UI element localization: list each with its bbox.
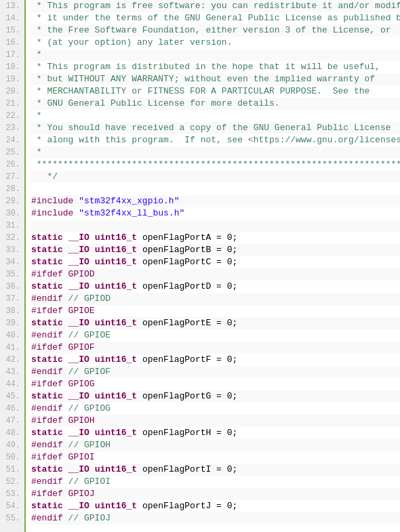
code-line: * bbox=[31, 146, 400, 159]
line-number: 43. bbox=[0, 366, 24, 378]
code-line: #ifdef GPIOI bbox=[31, 451, 400, 464]
code-content: * This program is free software: you can… bbox=[26, 0, 400, 532]
code-line: #include "stm32f4xx_ll_bus.h" bbox=[31, 207, 400, 220]
line-number: 27. bbox=[0, 171, 24, 183]
code-container: 13.14.15.16.17.18.19.20.21.22.23.24.25.2… bbox=[0, 0, 400, 532]
code-line: static __IO uint16_t openFlagPortG = 0; bbox=[31, 390, 400, 403]
code-line: * MERCHANTABILITY or FITNESS FOR A PARTI… bbox=[31, 85, 400, 98]
line-number: 47. bbox=[0, 415, 24, 427]
line-number: 20. bbox=[0, 85, 24, 98]
code-line: #ifdef GPIOF bbox=[31, 342, 400, 354]
line-number: 21. bbox=[0, 98, 24, 110]
line-number: 50. bbox=[0, 451, 24, 464]
line-number: 17. bbox=[0, 49, 24, 61]
line-number: 41. bbox=[0, 342, 24, 354]
code-line: static __IO uint16_t openFlagPortH = 0; bbox=[31, 427, 400, 439]
line-number: 16. bbox=[0, 37, 24, 49]
line-number: 18. bbox=[0, 61, 24, 73]
code-line: #endif // GPIOG bbox=[31, 403, 400, 415]
code-line: #ifdef GPIOD bbox=[31, 268, 400, 281]
line-number: 49. bbox=[0, 439, 24, 451]
code-line: * bbox=[31, 49, 400, 61]
code-line: static __IO uint16_t openFlagPortC = 0; bbox=[31, 256, 400, 268]
line-number: 42. bbox=[0, 354, 24, 366]
line-number-gutter: 13.14.15.16.17.18.19.20.21.22.23.24.25.2… bbox=[0, 0, 26, 532]
code-line: #endif // GPIOI bbox=[31, 476, 400, 488]
line-number: 37. bbox=[0, 293, 24, 305]
code-line: #include "stm32f4xx_xgpio.h" bbox=[31, 195, 400, 207]
code-line: static __IO uint16_t openFlagPortD = 0; bbox=[31, 281, 400, 293]
code-line: static __IO uint16_t openFlagPortJ = 0; bbox=[31, 500, 400, 512]
line-number: 28. bbox=[0, 183, 24, 195]
code-line: static __IO uint16_t openFlagPortE = 0; bbox=[31, 317, 400, 329]
code-line: * the Free Software Foundation, either v… bbox=[31, 24, 400, 37]
code-line: * This program is free software: you can… bbox=[31, 0, 400, 12]
code-line: ****************************************… bbox=[31, 159, 400, 171]
code-line: */ bbox=[31, 171, 400, 183]
line-number: 19. bbox=[0, 73, 24, 85]
line-number: 53. bbox=[0, 488, 24, 500]
code-line: * along with this program. If not, see <… bbox=[31, 134, 400, 146]
line-number: 51. bbox=[0, 464, 24, 476]
line-number: 22. bbox=[0, 110, 24, 122]
code-line: * bbox=[31, 110, 400, 122]
code-line: #endif // GPIOF bbox=[31, 366, 400, 378]
line-number: 15. bbox=[0, 24, 24, 37]
line-number: 25. bbox=[0, 146, 24, 159]
code-line: * it under the terms of the GNU General … bbox=[31, 12, 400, 24]
code-line: * GNU General Public License for more de… bbox=[31, 98, 400, 110]
code-line: * (at your option) any later version. bbox=[31, 37, 400, 49]
line-number: 40. bbox=[0, 329, 24, 342]
line-number: 14. bbox=[0, 12, 24, 24]
line-number: 34. bbox=[0, 256, 24, 268]
line-number: 31. bbox=[0, 220, 24, 232]
code-line: * You should have received a copy of the… bbox=[31, 122, 400, 134]
line-number: 39. bbox=[0, 317, 24, 329]
code-line: #ifdef GPIOG bbox=[31, 378, 400, 390]
code-line: #ifdef GPIOJ bbox=[31, 488, 400, 500]
line-number: 32. bbox=[0, 232, 24, 244]
code-line bbox=[31, 220, 400, 232]
code-line: static __IO uint16_t openFlagPortF = 0; bbox=[31, 354, 400, 366]
line-number: 55. bbox=[0, 512, 24, 525]
code-line: #ifdef GPIOH bbox=[31, 415, 400, 427]
line-number: 29. bbox=[0, 195, 24, 207]
line-number: 52. bbox=[0, 476, 24, 488]
line-number: 33. bbox=[0, 244, 24, 256]
line-number: 48. bbox=[0, 427, 24, 439]
code-line: #endif // GPIOH bbox=[31, 439, 400, 451]
line-number: 38. bbox=[0, 305, 24, 317]
code-line bbox=[31, 183, 400, 195]
line-number: 30. bbox=[0, 207, 24, 220]
code-line: static __IO uint16_t openFlagPortI = 0; bbox=[31, 464, 400, 476]
code-line: * but WITHOUT ANY WARRANTY; without even… bbox=[31, 73, 400, 85]
line-number: 24. bbox=[0, 134, 24, 146]
code-line: * This program is distributed in the hop… bbox=[31, 61, 400, 73]
line-number: 35. bbox=[0, 268, 24, 281]
line-number: 45. bbox=[0, 390, 24, 403]
line-number: 23. bbox=[0, 122, 24, 134]
code-line: #endif // GPIOJ bbox=[31, 512, 400, 525]
line-number: 36. bbox=[0, 281, 24, 293]
line-number: 44. bbox=[0, 378, 24, 390]
line-number: 54. bbox=[0, 500, 24, 512]
line-number: 13. bbox=[0, 0, 24, 12]
code-line: #endif // GPIOD bbox=[31, 293, 400, 305]
code-line: #endif // GPIOE bbox=[31, 329, 400, 342]
line-number: 26. bbox=[0, 159, 24, 171]
code-line: static __IO uint16_t openFlagPortA = 0; bbox=[31, 232, 400, 244]
line-number: 46. bbox=[0, 403, 24, 415]
code-line: static __IO uint16_t openFlagPortB = 0; bbox=[31, 244, 400, 256]
code-line: #ifdef GPIOE bbox=[31, 305, 400, 317]
